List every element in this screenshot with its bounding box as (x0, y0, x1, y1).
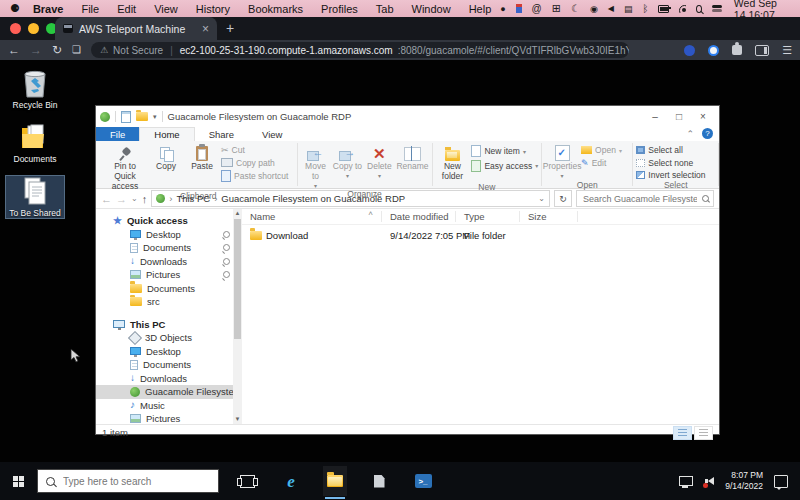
explorer-search-box[interactable] (576, 190, 714, 207)
notepad-button[interactable] (367, 466, 391, 496)
sidebar-item-downloads-pc[interactable]: Downloads (96, 372, 242, 386)
sidebar-item-desktop-pc[interactable]: Desktop (96, 345, 242, 359)
scrollbar-thumb[interactable] (234, 219, 241, 339)
pin-to-quick-access-button[interactable]: Pin to Quick access (103, 143, 147, 191)
cut-button[interactable]: Cut (221, 145, 288, 155)
sidebar-item-src[interactable]: src (96, 295, 242, 309)
easy-access-button[interactable]: Easy access (471, 160, 538, 172)
url-bar[interactable]: Not Secure | ec2-100-25-31-190.compute-1… (91, 42, 629, 58)
copy-path-button[interactable]: Copy path (221, 158, 288, 168)
rename-button[interactable]: Rename (396, 143, 428, 172)
properties-button[interactable]: Properties (545, 143, 579, 180)
column-type[interactable]: Type (456, 211, 520, 222)
tab-close-icon[interactable] (202, 22, 209, 36)
powershell-button[interactable] (411, 466, 435, 496)
sidebar-scrollbar[interactable]: ▲ ▼ (233, 209, 242, 424)
battery-icon[interactable] (658, 5, 668, 13)
sidebar-item-documents[interactable]: Documents (96, 241, 242, 255)
open-button[interactable]: Open (581, 145, 622, 155)
spotlight-icon[interactable] (696, 5, 702, 13)
playback-icon[interactable] (590, 4, 598, 14)
desktop-icon-documents[interactable]: Documents (6, 122, 64, 164)
menu-view[interactable]: View (145, 3, 187, 15)
sidebar-item-pictures-pc[interactable]: Pictures (96, 412, 242, 424)
column-size[interactable]: Size (520, 211, 578, 222)
refresh-icon[interactable] (554, 190, 572, 207)
volume-icon[interactable] (608, 4, 614, 13)
extensions-puzzle-icon[interactable] (732, 45, 742, 55)
menu-window[interactable]: Window (403, 3, 460, 15)
taskbar-search-box[interactable] (37, 469, 219, 493)
desktop-icon-recycle-bin[interactable]: Recycle Bin (6, 68, 64, 110)
sidebar-panel-icon[interactable] (755, 45, 769, 56)
task-view-button[interactable] (235, 466, 259, 496)
sidebar-this-pc[interactable]: This PC (96, 318, 242, 332)
sidebar-item-documents-pc[interactable]: Documents (96, 358, 242, 372)
menu-help[interactable]: Help (460, 3, 501, 15)
sidebar-item-3d-objects[interactable]: 3D Objects (96, 331, 242, 345)
new-folder-button[interactable]: New folder (435, 143, 469, 182)
sidebar-item-guacamole-filesystem[interactable]: Guacamole Filesystem on Guacam (96, 385, 242, 399)
menu-history[interactable]: History (187, 3, 239, 15)
tab-share[interactable]: Share (195, 127, 248, 141)
apple-menu-icon[interactable] (10, 2, 24, 15)
menu-brave[interactable]: Brave (24, 3, 73, 15)
tab-home[interactable]: Home (139, 127, 194, 141)
sidebar-quick-access[interactable]: Quick access (96, 214, 242, 228)
collapse-ribbon-icon[interactable] (686, 129, 694, 139)
maximize-button[interactable] (667, 111, 691, 122)
menu-tab[interactable]: Tab (367, 3, 403, 15)
invert-selection-button[interactable]: Invert selection (636, 170, 705, 180)
breadcrumb-chevron-icon[interactable] (214, 193, 217, 204)
copy-button[interactable]: Copy (149, 143, 183, 172)
tab-view[interactable]: View (248, 127, 296, 141)
menu-bookmarks[interactable]: Bookmarks (239, 3, 312, 15)
forward-button[interactable] (30, 44, 42, 56)
extension-white-icon[interactable] (708, 45, 719, 56)
at-status-icon[interactable] (532, 3, 542, 14)
paste-button[interactable]: Paste (185, 143, 219, 172)
extension-blue-icon[interactable] (684, 45, 695, 56)
internet-explorer-button[interactable]: e (279, 466, 303, 496)
menu-file[interactable]: File (72, 3, 108, 15)
rdp-desktop[interactable]: Recycle Bin Documents To Be Shared (0, 60, 800, 500)
bookmark-icon[interactable] (72, 45, 81, 55)
back-button[interactable] (8, 44, 20, 56)
qat-customize-caret-icon[interactable] (153, 113, 157, 121)
breadcrumb-chevron-icon[interactable] (169, 193, 172, 204)
menu-profiles[interactable]: Profiles (312, 3, 367, 15)
action-center-icon[interactable] (774, 475, 788, 488)
bluetooth-icon[interactable] (642, 3, 648, 14)
scroll-up-icon[interactable]: ▲ (233, 209, 242, 218)
select-all-button[interactable]: Select all (636, 145, 705, 155)
breadcrumb[interactable]: This PC Guacamole Filesystem on Guacamol… (151, 190, 550, 207)
delete-button[interactable]: Delete (364, 143, 394, 180)
file-explorer-button[interactable] (323, 466, 347, 496)
explorer-titlebar[interactable]: Guacamole Filesystem on Guacamole RDP (96, 106, 719, 127)
menu-edit[interactable]: Edit (108, 3, 145, 15)
wifi-icon[interactable] (679, 5, 686, 13)
qat-properties-icon[interactable] (121, 111, 131, 123)
nav-forward-icon[interactable] (116, 193, 127, 205)
sidebar-item-desktop[interactable]: Desktop (96, 228, 242, 242)
desktop-icon-to-be-shared[interactable]: To Be Shared (6, 176, 64, 218)
breadcrumb-dropdown-icon[interactable] (538, 194, 545, 203)
control-center-icon[interactable] (712, 5, 722, 13)
nav-up-icon[interactable] (142, 193, 148, 205)
new-tab-button[interactable] (226, 20, 234, 36)
edit-button[interactable]: Edit (581, 158, 622, 168)
column-date-modified[interactable]: Date modified (382, 211, 456, 222)
help-icon[interactable] (702, 128, 713, 139)
large-icons-view-button[interactable] (694, 426, 713, 440)
sidebar-item-downloads[interactable]: Downloads (96, 255, 242, 269)
keyboard-icon[interactable] (624, 4, 633, 14)
breadcrumb-this-pc[interactable]: This PC (176, 193, 210, 204)
close-button[interactable] (691, 111, 715, 122)
minimize-button[interactable] (643, 111, 667, 122)
explorer-search-input[interactable] (581, 193, 699, 205)
taskbar-clock[interactable]: 8:07 PM 9/14/2022 (725, 470, 763, 492)
taskbar-search-input[interactable] (61, 475, 210, 488)
do-not-disturb-icon[interactable] (571, 3, 580, 14)
qat-new-folder-icon[interactable] (136, 112, 148, 121)
sidebar-item-documents-folder[interactable]: Documents (96, 282, 242, 296)
